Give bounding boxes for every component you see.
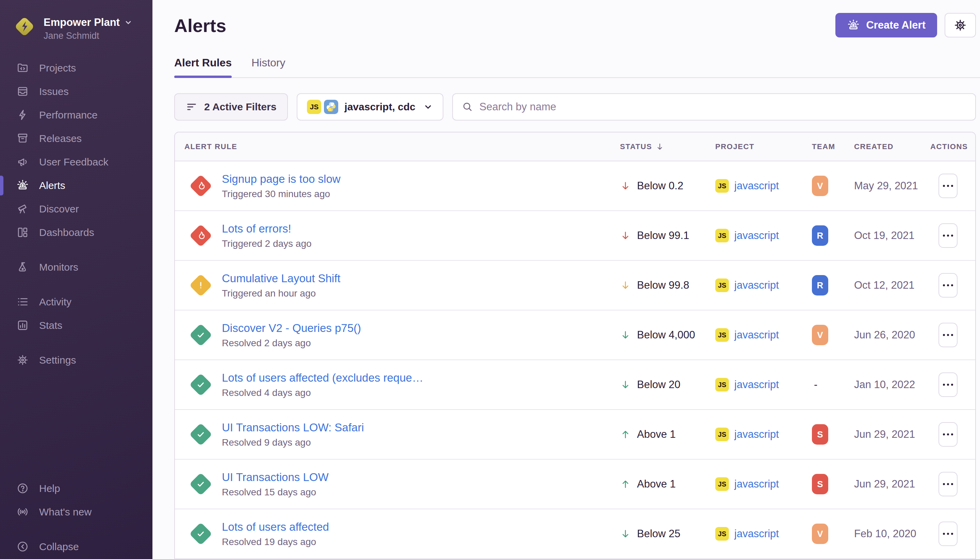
status-value: Below 20: [637, 379, 681, 391]
alert-rule-link[interactable]: Cumulative Layout Shift: [222, 272, 341, 285]
alert-rules-table: Alert Rule Status Project Team Created A…: [174, 132, 976, 559]
broadcast-icon: [16, 506, 29, 518]
arrow-up-icon: [620, 429, 631, 440]
javascript-icon: JS: [715, 527, 729, 541]
team-avatar[interactable]: S: [812, 474, 828, 495]
tab-bar: Alert Rules History: [174, 56, 980, 78]
alert-rule-link[interactable]: UI Transactions LOW: [222, 471, 329, 484]
alert-rule-link[interactable]: Signup page is too slow: [222, 173, 341, 185]
project-selector[interactable]: JS javascript, cdc: [297, 93, 443, 121]
check-icon: [195, 528, 207, 540]
row-actions-button[interactable]: [939, 521, 957, 546]
row-actions-button[interactable]: [939, 422, 957, 447]
sidebar-item-help[interactable]: Help: [0, 476, 152, 500]
project-cell: JS javascript: [715, 328, 812, 342]
project-cell: JS javascript: [715, 229, 812, 242]
create-alert-button[interactable]: Create Alert: [835, 13, 937, 38]
status-cell: Below 99.8: [620, 279, 715, 291]
python-icon: [324, 100, 338, 114]
row-actions-button[interactable]: [939, 174, 957, 198]
sidebar-bottom: Help What's new Collapse: [0, 476, 152, 559]
archive-box-icon: [16, 132, 29, 145]
severity-warning-icon: [190, 275, 212, 296]
page-title: Alerts: [174, 15, 226, 36]
column-header-status[interactable]: Status: [620, 142, 715, 151]
check-icon: [195, 478, 207, 490]
team-cell: R: [812, 275, 854, 296]
team-none: -: [812, 379, 817, 390]
alert-rule-trigger-text: Triggered 2 days ago: [222, 238, 312, 249]
chevron-down-icon: [124, 18, 133, 27]
project-link[interactable]: javascript: [734, 379, 779, 391]
arrow-down-icon: [620, 379, 631, 390]
team-avatar[interactable]: R: [812, 275, 828, 296]
row-actions-button[interactable]: [939, 372, 957, 397]
row-actions-button[interactable]: [939, 223, 957, 248]
check-icon: [195, 379, 207, 391]
search-input[interactable]: [480, 101, 967, 113]
project-link[interactable]: javascript: [734, 428, 779, 440]
actions-cell: [931, 323, 975, 347]
javascript-icon: JS: [715, 179, 729, 193]
active-filters-button[interactable]: 2 Active Filters: [174, 93, 288, 121]
column-header-alert-rule: Alert Rule: [185, 142, 620, 151]
sidebar-item-monitors[interactable]: Monitors: [0, 255, 152, 279]
project-cell: JS javascript: [715, 378, 812, 392]
sidebar-item-projects[interactable]: Projects: [0, 56, 152, 79]
project-cell: JS javascript: [715, 278, 812, 292]
sidebar-item-dashboards[interactable]: Dashboards: [0, 221, 152, 244]
arrow-down-icon: [620, 528, 631, 539]
sidebar-item-whats-new[interactable]: What's new: [0, 500, 152, 524]
org-switcher[interactable]: Empower Plant Jane Schmidt: [0, 13, 152, 41]
alert-rule-link[interactable]: Lots of users affected: [222, 521, 329, 533]
sidebar-item-activity[interactable]: Activity: [0, 290, 152, 314]
collapse-circle-icon: [16, 540, 29, 553]
team-avatar[interactable]: S: [812, 424, 828, 445]
project-cell: JS javascript: [715, 527, 812, 541]
actions-cell: [931, 223, 975, 248]
severity-resolved-icon: [190, 374, 212, 395]
alert-rule-link[interactable]: UI Transactions LOW: Safari: [222, 421, 364, 434]
team-avatar[interactable]: V: [812, 325, 828, 345]
project-link[interactable]: javascript: [734, 180, 779, 192]
alert-rule-trigger-text: Resolved 2 days ago: [222, 338, 361, 349]
sidebar-item-user-feedback[interactable]: User Feedback: [0, 150, 152, 174]
project-cell: JS javascript: [715, 428, 812, 441]
arrow-down-icon: [620, 329, 631, 341]
project-link[interactable]: javascript: [734, 528, 779, 540]
alert-rule-link[interactable]: Discover V2 - Queries p75(): [222, 322, 361, 335]
sidebar-item-issues[interactable]: Issues: [0, 79, 152, 103]
team-cell: V: [812, 176, 854, 196]
sidebar-item-performance[interactable]: Performance: [0, 103, 152, 127]
exclamation-icon: [195, 279, 207, 291]
list-icon: [16, 296, 29, 308]
project-link[interactable]: javascript: [734, 279, 779, 291]
team-avatar[interactable]: V: [812, 176, 828, 196]
tab-alert-rules[interactable]: Alert Rules: [174, 56, 232, 77]
alert-rule-link[interactable]: Lots of users affected (excludes reque…: [222, 371, 423, 384]
team-avatar[interactable]: R: [812, 225, 828, 246]
project-link[interactable]: javascript: [734, 329, 779, 341]
tab-history[interactable]: History: [251, 56, 285, 77]
alerts-settings-button[interactable]: [945, 13, 976, 38]
check-icon: [195, 428, 207, 440]
project-link[interactable]: javascript: [734, 230, 779, 242]
project-link[interactable]: javascript: [734, 478, 779, 490]
row-actions-button[interactable]: [939, 472, 957, 496]
team-avatar[interactable]: V: [812, 524, 828, 544]
sidebar-item-stats[interactable]: Stats: [0, 314, 152, 337]
team-cell: V: [812, 325, 854, 345]
row-actions-button[interactable]: [939, 273, 957, 298]
alert-rule-link[interactable]: Lots of errors!: [222, 222, 312, 235]
actions-cell: [931, 372, 975, 397]
gear-icon: [954, 18, 967, 32]
filter-toolbar: 2 Active Filters JS javascript, cdc: [174, 93, 976, 121]
sidebar-collapse-button[interactable]: Collapse: [0, 535, 152, 558]
sidebar-item-discover[interactable]: Discover: [0, 197, 152, 221]
row-actions-button[interactable]: [939, 323, 957, 347]
sidebar-item-alerts[interactable]: Alerts: [0, 174, 152, 197]
sidebar-item-settings[interactable]: Settings: [0, 348, 152, 372]
team-cell: -: [812, 379, 854, 391]
folder-code-icon: [16, 61, 29, 74]
sidebar-item-releases[interactable]: Releases: [0, 127, 152, 150]
